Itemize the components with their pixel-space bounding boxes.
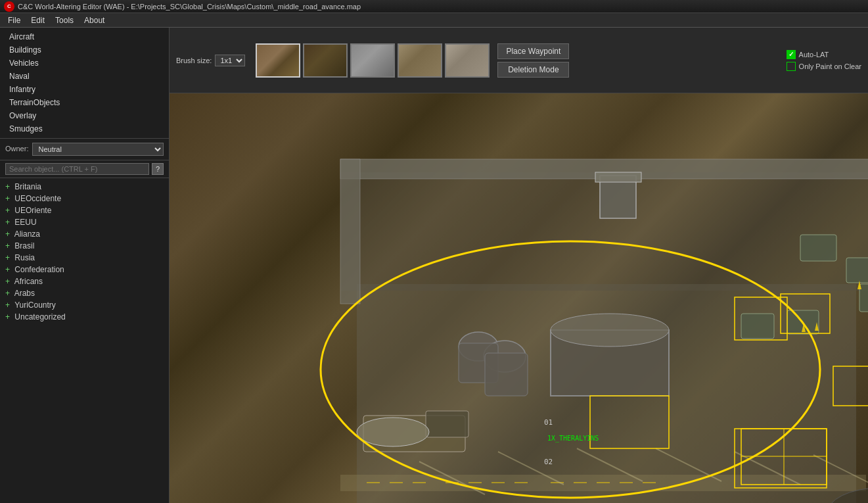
brush-size-select[interactable]: 1x1 2x2 3x3 4x4 5x5: [215, 55, 245, 66]
search-area: ?: [0, 160, 169, 178]
map-canvas: 01 02 03 1X_THERALYINS TX_SOOTHRAYDM NX_…: [170, 93, 868, 503]
swatch-inner-5: [446, 45, 488, 76]
tower-top: [595, 172, 641, 182]
category-nav: Aircraft Buildings Vehicles Naval Infant…: [0, 28, 169, 139]
app-icon: C: [4, 1, 14, 12]
action-buttons: Place Waypoint Deletion Mode: [497, 43, 569, 78]
owner-area: Owner: Neutral Britania UEOccidente UEOr…: [0, 139, 169, 160]
group-africans[interactable]: + Africans: [0, 275, 169, 287]
silo2-body: [485, 353, 528, 396]
map-area[interactable]: 01 02 03 1X_THERALYINS TX_SOOTHRAYDM NX_…: [170, 93, 868, 503]
group-confederation[interactable]: + Confederation: [0, 264, 169, 275]
terrain-swatch-5[interactable]: [445, 43, 490, 78]
only-paint-label: Only Paint on Clear: [799, 62, 861, 70]
menu-edit[interactable]: Edit: [26, 14, 50, 26]
options-area: ✓ Auto-LAT Only Paint on Clear: [787, 50, 861, 71]
tank4: [741, 314, 774, 339]
category-infantry[interactable]: Infantry: [0, 83, 169, 96]
left-panel: Aircraft Buildings Vehicles Naval Infant…: [0, 28, 170, 503]
menu-tools[interactable]: Tools: [50, 14, 79, 26]
search-help-button[interactable]: ?: [152, 163, 164, 175]
category-aircraft[interactable]: Aircraft: [0, 30, 169, 43]
expand-icon: +: [5, 289, 10, 298]
terrain-swatch-3[interactable]: [350, 43, 395, 78]
search-input[interactable]: [5, 163, 149, 175]
truck-cab: [426, 411, 468, 437]
group-ueoccidente[interactable]: + UEOccidente: [0, 193, 169, 204]
menu-file[interactable]: File: [3, 14, 26, 26]
expand-icon: +: [5, 182, 10, 191]
owner-label: Owner:: [5, 145, 28, 153]
expand-icon: +: [5, 265, 10, 274]
deletion-mode-button[interactable]: Deletion Mode: [497, 62, 569, 78]
top-toolbar: Brush size: 1x1 2x2 3x3 4x4 5x5: [170, 28, 868, 93]
group-arabs[interactable]: + Arabs: [0, 287, 169, 299]
swatch-inner-3: [352, 45, 394, 76]
category-vehicles[interactable]: Vehicles: [0, 57, 169, 70]
menu-about[interactable]: About: [79, 14, 110, 26]
place-waypoint-button[interactable]: Place Waypoint: [497, 43, 569, 59]
category-naval[interactable]: Naval: [0, 70, 169, 83]
wall-left: [340, 159, 360, 304]
label-theralyins: 1X_THERALYINS: [547, 435, 599, 443]
category-overlay[interactable]: Overlay: [0, 109, 169, 122]
expand-icon: +: [5, 218, 10, 227]
main-layout: Aircraft Buildings Vehicles Naval Infant…: [0, 28, 868, 503]
tank1: [800, 235, 836, 261]
right-area: Brush size: 1x1 2x2 3x3 4x4 5x5: [170, 28, 868, 503]
swatch-inner-1: [257, 45, 299, 76]
expand-icon: +: [5, 229, 10, 239]
coord-02: 02: [544, 458, 553, 466]
terrain-swatch-1[interactable]: [256, 43, 300, 78]
map-svg: 01 02 03 1X_THERALYINS TX_SOOTHRAYDM NX_…: [170, 93, 868, 503]
swatch-inner-2: [304, 45, 346, 76]
title-bar: C C&C World-Altering Editor (WAE) - E:\P…: [0, 0, 868, 13]
expand-icon: +: [5, 300, 10, 310]
category-buildings[interactable]: Buildings: [0, 43, 169, 57]
group-brasil[interactable]: + Brasil: [0, 240, 169, 252]
group-eeuu[interactable]: + EEUU: [0, 216, 169, 228]
coord-01: 01: [544, 418, 553, 427]
only-paint-option: Only Paint on Clear: [787, 62, 861, 71]
only-paint-checkbox[interactable]: [787, 62, 796, 71]
group-rusia[interactable]: + Rusia: [0, 252, 169, 264]
tanker: [357, 418, 429, 446]
terrain-swatch-2[interactable]: [303, 43, 348, 78]
title-text: C&C World-Altering Editor (WAE) - E:\Pro…: [18, 3, 361, 11]
brush-size-label: Brush size:: [176, 57, 212, 64]
group-yuricountry[interactable]: + YuriCountry: [0, 299, 169, 311]
menu-bar: File Edit Tools About: [0, 13, 868, 28]
expand-icon: +: [5, 194, 10, 203]
owner-select[interactable]: Neutral Britania UEOccidente UEOriente E…: [32, 143, 164, 156]
expand-icon: +: [5, 277, 10, 286]
expand-icon: +: [5, 241, 10, 251]
tank2: [846, 258, 868, 283]
hangar-roof: [551, 314, 669, 347]
auto-lat-checkbox[interactable]: ✓: [787, 50, 796, 59]
swatch-inner-4: [399, 45, 441, 76]
brush-size-area: Brush size: 1x1 2x2 3x3 4x4 5x5: [176, 55, 245, 66]
group-britania[interactable]: + Britania: [0, 181, 169, 193]
auto-lat-label: Auto-LAT: [799, 51, 829, 59]
auto-lat-option: ✓ Auto-LAT: [787, 50, 861, 59]
expand-icon: +: [5, 253, 10, 262]
terrain-swatches: [256, 43, 490, 78]
expand-icon: +: [5, 312, 10, 322]
category-terrain-objects[interactable]: TerrainObjects: [0, 96, 169, 109]
group-ueoriente[interactable]: + UEOriente: [0, 204, 169, 216]
group-alianza[interactable]: + Alianza: [0, 228, 169, 240]
group-uncategorized[interactable]: + Uncategorized: [0, 311, 169, 323]
expand-icon: +: [5, 206, 10, 215]
object-list[interactable]: + Britania + UEOccidente + UEOriente + E…: [0, 178, 169, 503]
category-smudges[interactable]: Smudges: [0, 122, 169, 135]
terrain-swatch-4[interactable]: [398, 43, 442, 78]
